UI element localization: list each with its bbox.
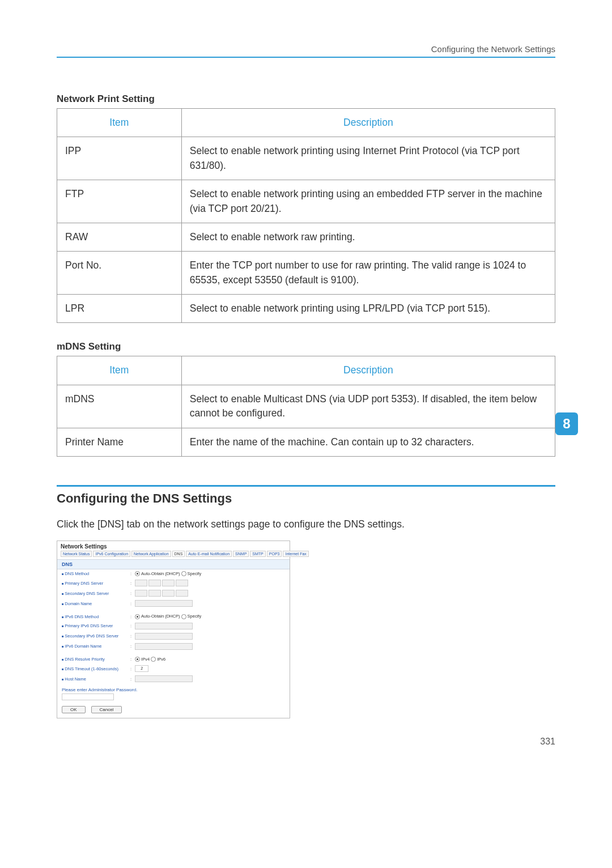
embedded-ip-field[interactable] bbox=[135, 590, 188, 597]
embedded-row-label: Secondary DNS Server bbox=[62, 591, 127, 596]
table-row: Printer Name Enter the name of the machi… bbox=[57, 428, 555, 456]
cell-description: Select to enable Multicast DNS (via UDP … bbox=[181, 385, 555, 428]
cell-description: Select to enable network raw printing. bbox=[181, 223, 555, 251]
table-row: Port No. Enter the TCP port number to us… bbox=[57, 252, 555, 295]
table-row: IPP Select to enable network printing us… bbox=[57, 137, 555, 180]
embedded-radio-group[interactable]: Auto-Obtain (DHCP) Specify bbox=[135, 571, 201, 577]
embedded-colon: : bbox=[130, 666, 131, 671]
embedded-row-label: Primary IPv6 DNS Server bbox=[62, 623, 127, 628]
embedded-row: DNS Timeout (1-60seconds):2 bbox=[57, 663, 290, 674]
ip-segment[interactable] bbox=[135, 580, 147, 586]
embedded-tab[interactable]: SMTP bbox=[250, 551, 265, 557]
embedded-row-label: DNS Resolve Priority bbox=[62, 657, 127, 662]
embedded-tab[interactable]: Internet Fax bbox=[283, 551, 308, 557]
cell-description: Select to enable network printing using … bbox=[181, 295, 555, 323]
radio-label: Auto-Obtain (DHCP) bbox=[141, 614, 181, 619]
embedded-row: Secondary IPv6 DNS Server: bbox=[57, 631, 290, 641]
embedded-colon: : bbox=[130, 571, 131, 576]
embedded-row: Secondary DNS Server: bbox=[57, 588, 290, 598]
embedded-ok-button[interactable]: OK bbox=[62, 706, 86, 713]
header-divider bbox=[57, 57, 555, 58]
embedded-colon: : bbox=[130, 633, 131, 639]
cell-item: LPR bbox=[57, 295, 182, 323]
th-item: Item bbox=[57, 356, 182, 385]
radio-label: Specify bbox=[188, 614, 202, 619]
th-description: Description bbox=[181, 356, 555, 385]
heading-dns: Configuring the DNS Settings bbox=[57, 491, 555, 506]
embedded-colon: : bbox=[130, 676, 131, 682]
radio-icon[interactable] bbox=[135, 571, 140, 576]
embedded-row-label: IPv6 Domain Name bbox=[62, 644, 127, 649]
embedded-row-label: Domain Name bbox=[62, 601, 127, 606]
cell-description: Select to enable network printing using … bbox=[181, 180, 555, 223]
embedded-row: Primary IPv6 DNS Server: bbox=[57, 621, 290, 631]
embedded-text-field[interactable] bbox=[135, 600, 193, 607]
chapter-tab: 8 bbox=[555, 412, 578, 435]
th-item: Item bbox=[57, 109, 182, 137]
page-number: 331 bbox=[540, 737, 555, 747]
ip-segment[interactable] bbox=[162, 580, 175, 586]
embedded-cancel-button[interactable]: Cancel bbox=[91, 706, 122, 713]
embedded-text-field[interactable] bbox=[135, 643, 193, 650]
embedded-colon: : bbox=[130, 657, 131, 662]
ip-segment[interactable] bbox=[148, 580, 161, 586]
embedded-colon: : bbox=[130, 601, 131, 606]
section-title-network-print: Network Print Setting bbox=[57, 93, 555, 105]
embedded-section-head: DNS bbox=[57, 559, 290, 569]
embedded-row: IPv6 Domain Name: bbox=[57, 641, 290, 652]
embedded-text-field[interactable] bbox=[135, 633, 193, 640]
embedded-tab[interactable]: Network Application bbox=[131, 551, 171, 557]
embedded-radio-group[interactable]: IPv4 IPv6 bbox=[135, 657, 165, 662]
embedded-screenshot: Network Settings Network Status IPv6 Con… bbox=[57, 541, 290, 719]
radio-label: IPv4 bbox=[141, 657, 151, 662]
embedded-colon: : bbox=[130, 644, 131, 649]
embedded-radio-group[interactable]: Auto-Obtain (DHCP) Specify bbox=[135, 614, 201, 619]
embedded-ip-field[interactable] bbox=[135, 580, 188, 586]
radio-label: IPv6 bbox=[157, 657, 165, 662]
embedded-text-field[interactable] bbox=[135, 675, 193, 682]
table-row: LPR Select to enable network printing us… bbox=[57, 295, 555, 323]
embedded-colon: : bbox=[130, 614, 131, 619]
table-network-print: Item Description IPP Select to enable ne… bbox=[57, 108, 555, 323]
embedded-row: Domain Name: bbox=[57, 598, 290, 609]
embedded-colon: : bbox=[130, 623, 131, 628]
cell-item: IPP bbox=[57, 137, 182, 180]
embedded-row-label: DNS Method bbox=[62, 571, 127, 576]
radio-icon[interactable] bbox=[135, 657, 140, 662]
embedded-row: DNS Resolve Priority:IPv4 IPv6 bbox=[57, 655, 290, 664]
ip-segment[interactable] bbox=[162, 590, 175, 597]
embedded-tab[interactable]: SNMP bbox=[233, 551, 249, 557]
radio-icon[interactable] bbox=[151, 657, 156, 662]
ip-segment[interactable] bbox=[135, 590, 147, 597]
embedded-tab[interactable]: Auto E-mail Notification bbox=[186, 551, 232, 557]
dns-intro-text: Click the [DNS] tab on the network setti… bbox=[57, 518, 555, 530]
cell-description: Select to enable network printing using … bbox=[181, 137, 555, 180]
ip-segment[interactable] bbox=[148, 590, 161, 597]
embedded-colon: : bbox=[130, 581, 131, 586]
ip-segment[interactable] bbox=[176, 590, 188, 597]
embedded-tab[interactable]: POP3 bbox=[267, 551, 282, 557]
radio-icon[interactable] bbox=[135, 614, 140, 619]
embedded-colon: : bbox=[130, 591, 131, 596]
embedded-password-label: Please enter Administrator Password. bbox=[57, 684, 290, 693]
embedded-row-label: Secondary IPv6 DNS Server bbox=[62, 633, 127, 639]
section-title-mdns: mDNS Setting bbox=[57, 341, 555, 352]
table-row: mDNS Select to enable Multicast DNS (via… bbox=[57, 385, 555, 428]
embedded-tab-active[interactable]: DNS bbox=[172, 551, 185, 557]
embedded-row: Primary DNS Server: bbox=[57, 578, 290, 588]
radio-icon[interactable] bbox=[181, 614, 186, 619]
cell-description: Enter the name of the machine. Can conta… bbox=[181, 428, 555, 456]
th-description: Description bbox=[181, 109, 555, 137]
embedded-row-label: Host Name bbox=[62, 676, 127, 682]
embedded-text-field[interactable] bbox=[135, 623, 193, 629]
embedded-tab[interactable]: IPv6 Configuration bbox=[93, 551, 130, 557]
embedded-tab[interactable]: Network Status bbox=[61, 551, 92, 557]
embedded-number-field[interactable]: 2 bbox=[135, 665, 148, 672]
embedded-window-title: Network Settings bbox=[57, 541, 290, 551]
table-row: RAW Select to enable network raw printin… bbox=[57, 223, 555, 251]
ip-segment[interactable] bbox=[176, 580, 188, 586]
radio-icon[interactable] bbox=[181, 571, 186, 576]
table-row: FTP Select to enable network printing us… bbox=[57, 180, 555, 223]
embedded-password-input[interactable] bbox=[62, 693, 114, 700]
embedded-row-label: Primary DNS Server bbox=[62, 581, 127, 586]
